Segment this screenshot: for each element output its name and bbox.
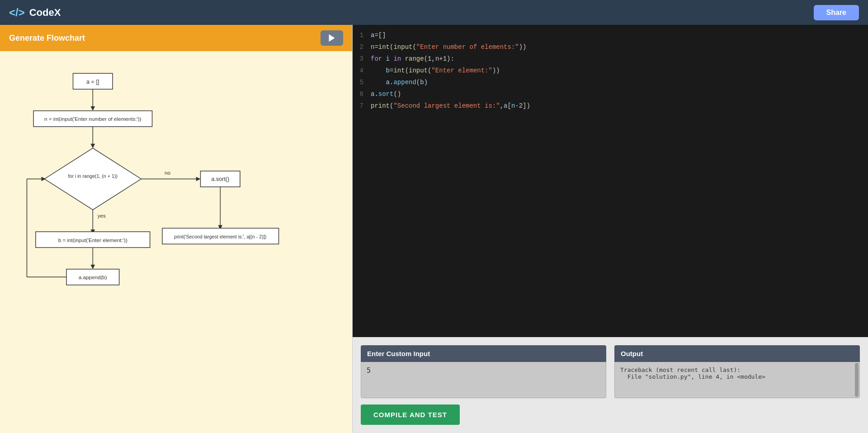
code-line-2: 2 n=int(input("Enter number of elements:… (353, 41, 868, 53)
line-number: 6 (353, 89, 371, 99)
svg-marker-8 (90, 144, 95, 148)
bracket-icon: </> (9, 6, 25, 19)
svg-text:a.append(b): a.append(b) (78, 274, 107, 280)
svg-text:for i in range(1, (n + 1)): for i in range(1, (n + 1)) (68, 173, 118, 179)
svg-marker-32 (41, 177, 46, 181)
play-icon (327, 33, 337, 43)
code-editor[interactable]: 1 a=[] 2 n=int(input("Enter number of el… (353, 25, 868, 337)
output-box: Output Traceback (most recent call last)… (614, 345, 860, 398)
input-box: Enter Custom Input 5 (361, 345, 606, 398)
flowchart-area: a = [] n = int(input('Enter number of el… (0, 51, 352, 433)
code-line-1: 1 a=[] (353, 29, 868, 41)
svg-marker-15 (196, 177, 200, 181)
svg-text:a.sort(): a.sort() (211, 176, 229, 182)
svg-marker-26 (90, 265, 95, 269)
code-line-5: 5 a.append(b) (353, 76, 868, 88)
svg-text:b = int(input('Enter element:': b = int(input('Enter element:')) (58, 237, 127, 243)
left-panel: Generate Flowchart a = [] n = int(input(… (0, 25, 353, 433)
svg-text:a = []: a = [] (86, 79, 99, 85)
output-text: Traceback (most recent call last): File … (620, 366, 854, 380)
output-label: Output (614, 345, 860, 362)
line-number: 4 (353, 66, 371, 76)
svg-text:n = int(input('Enter number of: n = int(input('Enter number of elements:… (44, 116, 141, 122)
line-number: 5 (353, 77, 371, 87)
line-number: 2 (353, 42, 371, 52)
svg-text:no: no (165, 170, 170, 176)
compile-test-button[interactable]: COMPILE AND TEST (361, 404, 460, 425)
line-number: 3 (353, 54, 371, 64)
app-title: CodeX (29, 7, 61, 19)
flowchart-diagram: a = [] n = int(input('Enter number of el… (5, 60, 348, 377)
header: </> CodeX Share (0, 0, 868, 25)
svg-marker-4 (90, 106, 95, 111)
svg-marker-0 (329, 34, 335, 42)
io-row: Enter Custom Input 5 Output Traceback (m… (353, 337, 868, 398)
code-line-3: 3 for i in range(1,n+1): (353, 53, 868, 65)
code-line-7: 7 print("Second largest element is:",a[n… (353, 100, 868, 112)
svg-marker-9 (44, 148, 141, 209)
line-number: 1 (353, 30, 371, 40)
flowchart-title: Generate Flowchart (9, 33, 85, 43)
code-line-4: 4 b=int(input("Enter element:")) (353, 65, 868, 76)
svg-text:print('Second largest element : print('Second largest element is:', a[(n… (174, 234, 266, 239)
run-button[interactable] (321, 30, 343, 46)
flowchart-header: Generate Flowchart (0, 25, 352, 51)
code-line-6: 6 a.sort() (353, 88, 868, 100)
output-scrollbar[interactable] (855, 363, 859, 397)
share-button[interactable]: Share (814, 5, 859, 20)
output-content: Traceback (most recent call last): File … (614, 362, 860, 398)
logo: </> CodeX (9, 6, 61, 19)
bottom-section: Enter Custom Input 5 Output Traceback (m… (353, 337, 868, 433)
line-number: 7 (353, 101, 371, 111)
svg-text:yes: yes (97, 213, 105, 219)
right-panel: 1 a=[] 2 n=int(input("Enter number of el… (353, 25, 868, 433)
input-label: Enter Custom Input (361, 345, 606, 362)
custom-input-textarea[interactable]: 5 (361, 362, 606, 398)
main-container: Generate Flowchart a = [] n = int(input(… (0, 25, 868, 433)
